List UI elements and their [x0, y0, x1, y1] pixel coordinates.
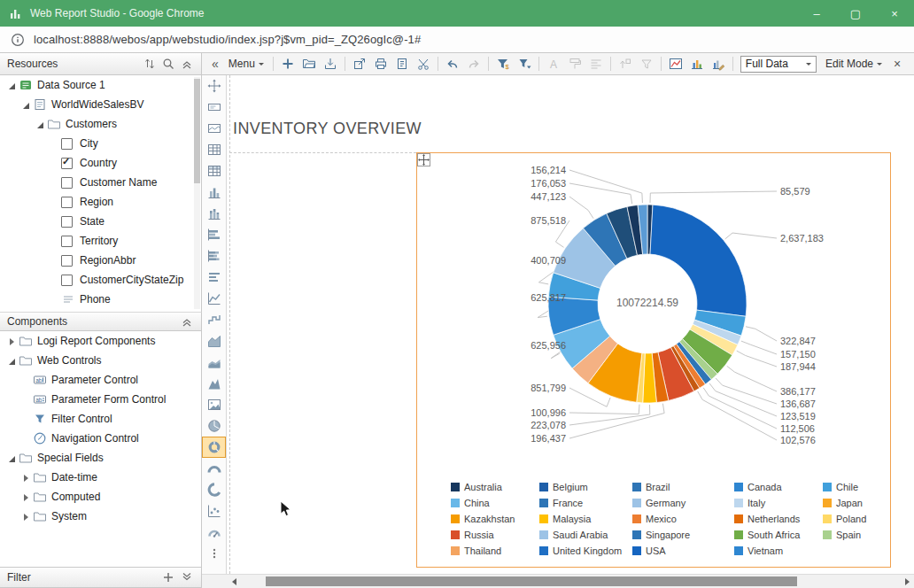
- chart-bar-button[interactable]: [687, 55, 707, 73]
- tree-item[interactable]: Territory: [0, 231, 201, 251]
- horizontal-scrollbar[interactable]: [227, 574, 914, 588]
- expander-closed-icon[interactable]: [21, 473, 31, 483]
- checkbox[interactable]: [61, 255, 73, 267]
- undo-button[interactable]: [443, 55, 462, 73]
- checkbox[interactable]: [61, 275, 73, 286]
- close-button[interactable]: ×: [875, 0, 914, 27]
- url-field[interactable]: localhost:8888/webos/app/webstudio/index…: [34, 33, 421, 46]
- tree-item[interactable]: abParameter Control: [0, 370, 201, 390]
- scatter-chart-icon[interactable]: [202, 500, 226, 522]
- menu-button[interactable]: Menu: [223, 55, 269, 73]
- line-chart-icon[interactable]: [202, 288, 226, 309]
- checkbox[interactable]: [61, 138, 73, 150]
- report-canvas[interactable]: INVENTORY OVERVIEW 10072214.59 156,21417…: [227, 75, 914, 574]
- print-button[interactable]: [371, 55, 391, 73]
- expander-open-icon[interactable]: [35, 120, 45, 129]
- tree-item[interactable]: Navigation Control: [0, 429, 201, 448]
- collapse-up-icon[interactable]: [180, 314, 194, 329]
- scrollbar-thumb[interactable]: [194, 79, 200, 183]
- expander-open-icon[interactable]: [21, 100, 31, 110]
- data-mode-select[interactable]: Full Data: [740, 56, 817, 73]
- tree-item[interactable]: State: [0, 212, 201, 231]
- column-chart-icon[interactable]: [202, 182, 226, 203]
- bar-chart-icon[interactable]: [202, 224, 226, 245]
- publish-button[interactable]: [392, 55, 412, 73]
- move-handle-icon[interactable]: [417, 153, 430, 166]
- tree-item[interactable]: System: [0, 507, 201, 526]
- stacked-column-chart-icon[interactable]: [202, 203, 226, 224]
- tree-item[interactable]: Customers: [0, 114, 201, 134]
- semi-donut-chart-icon[interactable]: [202, 479, 226, 500]
- donut-chart-component[interactable]: 10072214.59 156,214176,053447,123875,518…: [416, 152, 891, 568]
- search-icon[interactable]: [161, 57, 175, 71]
- tree-item[interactable]: Country: [0, 153, 201, 173]
- tree-item[interactable]: Filter Control: [0, 409, 201, 429]
- maximize-button[interactable]: ▢: [836, 0, 875, 27]
- tree-item[interactable]: Web Controls: [0, 351, 201, 370]
- close-designer-button[interactable]: ×: [889, 57, 905, 71]
- save-button[interactable]: [321, 55, 340, 73]
- tree-item[interactable]: Customer Name: [0, 173, 201, 192]
- expander-closed-icon[interactable]: [7, 337, 17, 346]
- arc-chart-icon[interactable]: [202, 458, 226, 479]
- tree-item[interactable]: Phone: [0, 290, 201, 309]
- collapse-up-icon[interactable]: [180, 57, 194, 71]
- scroll-right-arrow[interactable]: [900, 575, 914, 588]
- stacked-area-chart-icon[interactable]: [202, 352, 226, 373]
- expander-open-icon[interactable]: [7, 81, 17, 90]
- minimize-button[interactable]: –: [797, 0, 836, 27]
- chart-edit-button[interactable]: [709, 55, 728, 73]
- chart-line-button[interactable]: [666, 55, 686, 73]
- expander-open-icon[interactable]: [7, 356, 17, 366]
- checkbox[interactable]: [61, 197, 73, 208]
- checkbox[interactable]: [61, 177, 73, 189]
- vertical-scrollbar[interactable]: [194, 77, 200, 309]
- gauge-chart-icon[interactable]: [202, 522, 226, 543]
- info-icon[interactable]: [11, 33, 25, 47]
- filter-caret-button[interactable]: [515, 55, 534, 73]
- bench-chart-icon[interactable]: [202, 267, 226, 288]
- export-button[interactable]: [350, 55, 369, 73]
- pie-chart-icon[interactable]: [202, 415, 226, 437]
- expander-closed-icon[interactable]: [21, 492, 31, 502]
- tree-item[interactable]: CustomerCityStateZip: [0, 270, 201, 290]
- checkbox[interactable]: [61, 216, 73, 228]
- tree-item[interactable]: Region: [0, 192, 201, 212]
- collapse-down-icon[interactable]: [180, 570, 194, 584]
- open-folder-button[interactable]: [299, 55, 319, 73]
- sort-icon[interactable]: [143, 57, 157, 71]
- image-box-icon[interactable]: [202, 118, 226, 139]
- tree-item[interactable]: Date-time: [0, 468, 201, 487]
- tree-item[interactable]: City: [0, 134, 201, 153]
- crosstab-icon[interactable]: [202, 160, 226, 182]
- tree-item[interactable]: Computed: [0, 487, 201, 507]
- pan-tool-icon[interactable]: [202, 75, 226, 97]
- scroll-left-arrow[interactable]: [227, 575, 241, 588]
- checkbox[interactable]: [61, 236, 73, 247]
- step-line-chart-icon[interactable]: [202, 309, 226, 330]
- area-chart-icon[interactable]: [202, 330, 226, 352]
- text-box-icon[interactable]: [202, 97, 226, 118]
- tree-item[interactable]: Logi Report Components: [0, 331, 201, 351]
- more-icon[interactable]: [202, 543, 226, 564]
- add-icon[interactable]: [161, 570, 175, 584]
- cut-button[interactable]: [414, 55, 433, 73]
- tree-item[interactable]: Special Fields: [0, 448, 201, 468]
- collapse-panel-button[interactable]: «: [207, 57, 223, 71]
- tree-item[interactable]: WorldWideSalesBV: [0, 95, 201, 114]
- tree-item[interactable]: RegionAbbr: [0, 251, 201, 270]
- expander-closed-icon[interactable]: [21, 512, 31, 522]
- tree-item[interactable]: Data Source 1: [0, 75, 201, 95]
- tree-item[interactable]: abParameter Form Control: [0, 390, 201, 409]
- scrollbar-thumb[interactable]: [266, 576, 797, 586]
- mountain-chart-icon[interactable]: [202, 373, 226, 394]
- expander-open-icon[interactable]: [7, 453, 17, 463]
- edit-mode-menu[interactable]: Edit Mode: [825, 58, 882, 70]
- filter-dollar-button[interactable]: $: [493, 55, 513, 73]
- table-icon[interactable]: [202, 139, 226, 160]
- picture-icon[interactable]: [202, 394, 226, 415]
- checkbox[interactable]: [61, 158, 73, 169]
- new-button[interactable]: [278, 55, 298, 73]
- stacked-bar-chart-icon[interactable]: [202, 245, 226, 267]
- donut-chart-icon[interactable]: [202, 437, 226, 458]
